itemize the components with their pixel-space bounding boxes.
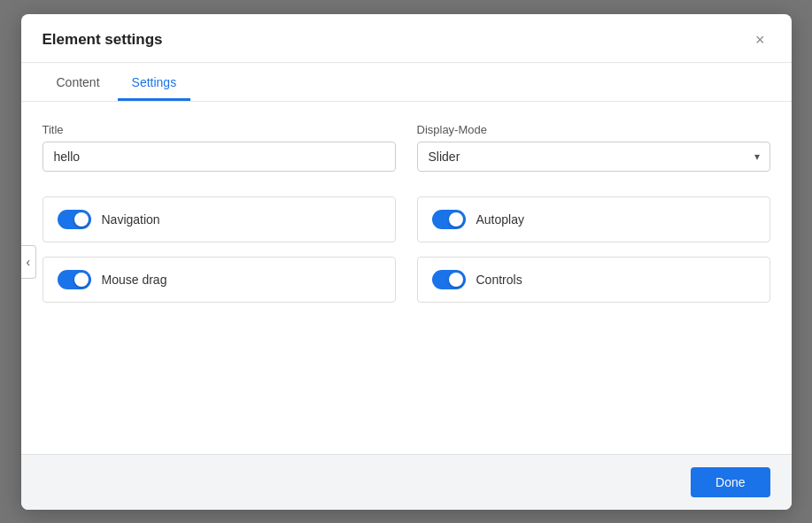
modal-header: Element settings ×: [21, 14, 792, 63]
navigation-toggle-box: Navigation: [43, 196, 396, 242]
modal-tabs: Content Settings: [21, 63, 792, 102]
navigation-label: Navigation: [102, 212, 160, 227]
toggle-thumb: [74, 212, 89, 227]
display-mode-select[interactable]: Slider Grid List: [417, 142, 770, 172]
title-label: Title: [43, 123, 396, 136]
controls-label: Controls: [476, 273, 522, 287]
toggle-thumb: [449, 273, 463, 287]
mouse-drag-toggle[interactable]: [58, 270, 91, 289]
done-button[interactable]: Done: [691, 467, 769, 497]
tab-settings[interactable]: Settings: [118, 63, 191, 101]
tab-content[interactable]: Content: [43, 63, 114, 101]
autoplay-toggle-box: Autoplay: [417, 196, 770, 242]
title-input[interactable]: [43, 142, 396, 172]
display-mode-label: Display-Mode: [417, 123, 770, 136]
mouse-drag-toggle-box: Mouse drag: [43, 257, 396, 303]
title-group: Title: [43, 123, 396, 172]
autoplay-toggle[interactable]: [432, 210, 466, 229]
navigation-toggle[interactable]: [58, 210, 91, 229]
display-mode-group: Display-Mode Slider Grid List ▾: [417, 123, 770, 172]
toggle-row-1: Navigation Autoplay: [43, 196, 770, 242]
close-button[interactable]: ×: [750, 30, 770, 50]
mouse-drag-label: Mouse drag: [102, 273, 167, 287]
form-row-top: Title Display-Mode Slider Grid List ▾: [43, 123, 770, 172]
modal-title: Element settings: [43, 31, 163, 49]
left-arrow-button[interactable]: ‹: [21, 245, 37, 279]
element-settings-modal: Element settings × Content Settings Titl…: [21, 14, 792, 510]
toggle-thumb: [74, 273, 89, 287]
controls-toggle[interactable]: [432, 270, 466, 289]
left-arrow-icon: ‹: [27, 255, 31, 269]
toggle-thumb: [449, 212, 463, 227]
modal-footer: Done: [21, 454, 792, 510]
display-mode-select-wrapper: Slider Grid List ▾: [417, 142, 770, 172]
autoplay-label: Autoplay: [476, 212, 524, 227]
controls-toggle-box: Controls: [417, 257, 770, 303]
modal-overlay: ‹ Element settings × Content Settings: [0, 0, 812, 523]
modal-body: Title Display-Mode Slider Grid List ▾: [21, 102, 792, 454]
toggle-row-2: Mouse drag Controls: [43, 257, 770, 303]
